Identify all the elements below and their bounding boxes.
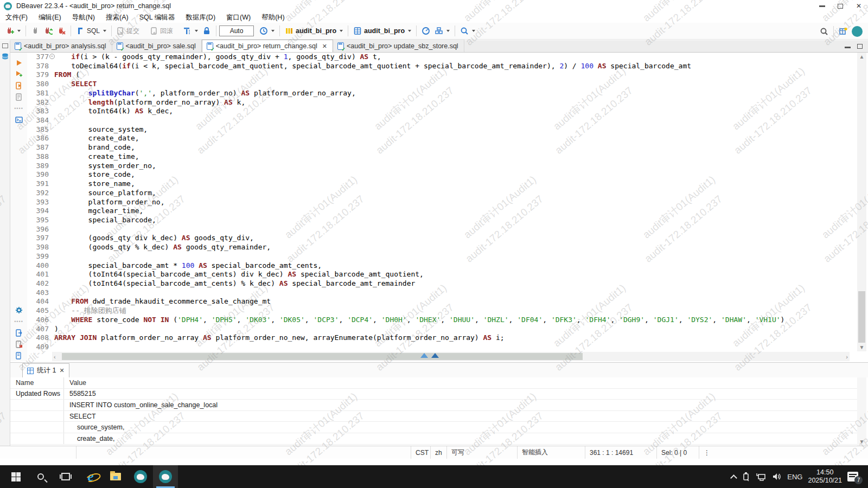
code-line[interactable]: 377 if(i > (k - goods_qty_remainder), go…: [27, 53, 857, 62]
scroll-up-arrow[interactable]: ▲: [857, 54, 866, 60]
sql-code-editor[interactable]: 377 if(i > (k - goods_qty_remainder), go…: [27, 53, 857, 352]
close-tab-icon[interactable]: ✕: [322, 43, 327, 50]
menu-item-7[interactable]: 帮助(H): [256, 12, 290, 23]
code-line[interactable]: 397 (goods_qty div k_dec) AS goods_qty_d…: [27, 234, 857, 243]
fold-marker-icon[interactable]: [49, 53, 54, 62]
code-line[interactable]: 394 mgclear_time,: [27, 207, 857, 216]
open-console-button[interactable]: [10, 114, 27, 125]
code-line[interactable]: 381 splitByChar(',', platform_order_no) …: [27, 89, 857, 98]
results-row-0[interactable]: Updated Rows5585215: [10, 389, 857, 400]
dbeaver-taskbar-button-active[interactable]: [153, 465, 178, 488]
maximize-button[interactable]: [831, 0, 850, 12]
menu-item-5[interactable]: 数据库(D): [180, 12, 221, 23]
internet-explorer-button[interactable]: e: [78, 465, 103, 488]
results-vertical-scrollbar[interactable]: ▼: [857, 377, 866, 446]
code-line[interactable]: 389 system_order_no,: [27, 162, 857, 171]
search-toolbar-button[interactable]: [458, 24, 477, 37]
code-line[interactable]: 407): [27, 325, 857, 334]
rollback-button[interactable]: 回滚: [148, 24, 175, 37]
menu-item-3[interactable]: 搜索(A): [100, 12, 134, 23]
editor-tab-1[interactable]: <audit_bi_pro> sale.sql: [112, 40, 202, 52]
code-line[interactable]: 393 platform_order_no,: [27, 198, 857, 207]
code-line[interactable]: 378 toDecimal64(if(i < k, special_barcod…: [27, 62, 857, 71]
execute-new-tab-button[interactable]: [10, 68, 27, 80]
statusbar-item-1[interactable]: zh: [430, 446, 446, 459]
code-line[interactable]: 385 source_system,: [27, 125, 857, 134]
file-explorer-button[interactable]: [103, 465, 128, 488]
editor-vertical-scrollbar[interactable]: ▲ ▼: [857, 53, 866, 351]
minimize-editor-area-button[interactable]: [845, 42, 851, 49]
panel-sash-controls[interactable]: [420, 353, 439, 358]
code-line[interactable]: 408ARRAY JOIN platform_order_no_array AS…: [27, 333, 857, 343]
scroll-down-arrow[interactable]: ▼: [857, 344, 866, 350]
code-line[interactable]: 402 (toInt64(special_barcode_amt_cents) …: [27, 279, 857, 288]
dashboard-button[interactable]: [419, 24, 432, 37]
connect-button[interactable]: [29, 24, 42, 37]
lock-button[interactable]: [200, 24, 213, 37]
editor-horizontal-scrollbar[interactable]: ‹ ›: [52, 352, 850, 361]
sql-editor-button[interactable]: SQL: [74, 24, 108, 37]
editor-tab-0[interactable]: <audit_bi_pro> analysis.sql: [10, 40, 112, 52]
code-line[interactable]: 390 store_code,: [27, 170, 857, 179]
code-line[interactable]: 403: [27, 288, 857, 298]
statusbar-item-3[interactable]: 智能插入: [517, 446, 585, 459]
taskbar-search-button[interactable]: [28, 465, 53, 488]
connection-selector[interactable]: audit_bi_pro: [283, 24, 345, 37]
code-line[interactable]: 383 toInt64(k) AS k_dec,: [27, 107, 857, 116]
scroll-down-arrow[interactable]: ▼: [857, 439, 866, 445]
code-line[interactable]: 409: [27, 343, 857, 352]
language-indicator[interactable]: ENG: [787, 473, 802, 481]
scrollbar-thumb[interactable]: [858, 291, 865, 343]
code-line[interactable]: 400 special_barcode_amt * 100 AS special…: [27, 261, 857, 271]
tray-expand-icon[interactable]: [730, 474, 737, 481]
restore-panel-icon[interactable]: [2, 43, 8, 48]
usb-device-icon[interactable]: [742, 472, 750, 481]
code-line[interactable]: 392 source_platform,: [27, 189, 857, 198]
menu-item-1[interactable]: 编辑(E): [33, 12, 67, 23]
task-view-button[interactable]: [53, 465, 78, 488]
code-line[interactable]: 401 (toInt64(special_barcode_amt_cents) …: [27, 270, 857, 279]
error-log-button[interactable]: !: [10, 338, 27, 350]
results-row-1[interactable]: INSERT INTO custom_online_sale_change_lo…: [10, 400, 857, 411]
dbeaver-perspective-button[interactable]: [850, 25, 865, 38]
minimize-button[interactable]: [813, 0, 831, 12]
column-header-value[interactable]: Value: [64, 379, 86, 387]
code-line[interactable]: 380 SELECT: [27, 80, 857, 89]
editor-settings-button[interactable]: [10, 304, 27, 316]
log-file-button[interactable]: [10, 350, 27, 361]
commit-button[interactable]: 提交: [114, 24, 142, 37]
statusbar-item-0[interactable]: CST: [411, 446, 430, 459]
disconnect-button[interactable]: [55, 24, 68, 37]
code-line[interactable]: 384: [27, 116, 857, 125]
export-result-button[interactable]: [10, 327, 27, 338]
code-line[interactable]: 404 FROM dwd_trade_hkaudit_ecommerce_sal…: [27, 297, 857, 306]
menu-item-6[interactable]: 窗口(W): [221, 12, 256, 23]
code-line[interactable]: 379FROM (: [27, 70, 857, 80]
code-line[interactable]: 387 brand_code,: [27, 143, 857, 152]
output-button[interactable]: [432, 24, 452, 37]
maximize-panel-arrow-icon[interactable]: [420, 353, 428, 358]
code-line[interactable]: 391 store_name,: [27, 179, 857, 189]
results-row-3[interactable]: source_system,: [10, 422, 857, 433]
notification-center-button[interactable]: 7: [847, 472, 858, 481]
code-line[interactable]: 398 (goods_qty % k_dec) AS goods_qty_rem…: [27, 243, 857, 252]
statusbar-item-4[interactable]: 361 : 1 : 14691: [585, 446, 656, 459]
menu-item-0[interactable]: 文件(F): [0, 12, 33, 23]
code-line[interactable]: 399: [27, 252, 857, 261]
reconnect-button[interactable]: [42, 24, 55, 37]
execute-statement-button[interactable]: [10, 57, 27, 68]
close-icon[interactable]: ✕: [59, 367, 64, 374]
menu-item-2[interactable]: 导航(N): [67, 12, 100, 23]
code-line[interactable]: 396: [27, 225, 857, 234]
taskbar-clock[interactable]: 14:50 2025/10/21: [808, 468, 842, 485]
tx-history-button[interactable]: [257, 24, 277, 37]
transaction-log-button[interactable]: [181, 24, 200, 37]
restore-panel-arrow-icon[interactable]: [431, 353, 439, 358]
schema-selector[interactable]: audit_bi_pro: [351, 24, 413, 37]
open-view-button[interactable]: [837, 25, 850, 38]
code-line[interactable]: 405 -- 排除团购店铺: [27, 306, 857, 316]
explain-plan-button[interactable]: [10, 91, 27, 102]
database-navigator-icon[interactable]: [1, 53, 9, 61]
statusbar-item-6[interactable]: ⋮: [699, 446, 710, 459]
volume-icon[interactable]: [772, 472, 782, 481]
